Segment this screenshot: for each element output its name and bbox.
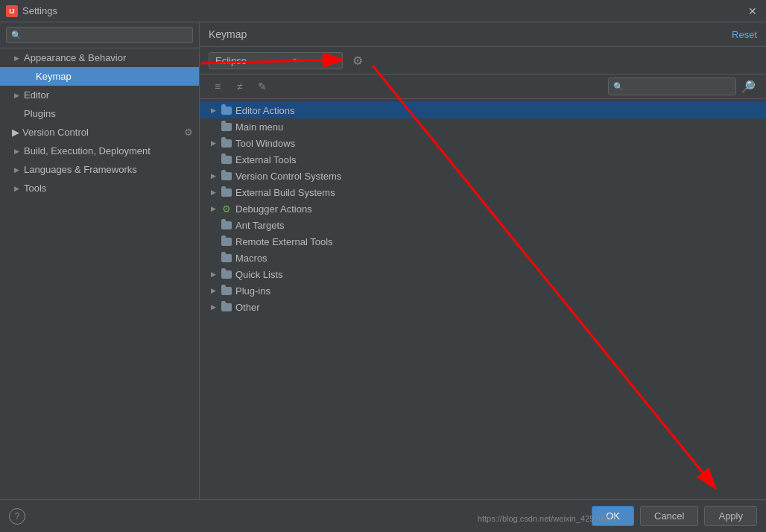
sidebar-label-build: Build, Execution, Deployment — [24, 145, 151, 156]
expand-arrow-tools: ▶ — [12, 184, 21, 193]
tree-item-external-tools[interactable]: ▶ External Tools — [200, 151, 766, 168]
sidebar-item-appearance[interactable]: ▶ Appearance & Behavior — [0, 48, 199, 67]
filter-search: 🔍 🔎 — [608, 77, 757, 95]
sidebar: 🔍 ▶ Appearance & Behavior Keymap ▶ Edito… — [0, 22, 200, 499]
right-panel: Keymap Reset Eclipse ▼ ⚙ ≡ ≠ ✎ 🔍 — [200, 22, 766, 499]
folder-icon-ant-targets — [221, 219, 232, 231]
sidebar-search-wrapper: 🔍 — [6, 27, 193, 43]
sidebar-search-icon: 🔍 — [11, 31, 22, 40]
keymap-title: Keymap — [209, 28, 247, 40]
sidebar-label-vc: Version Control — [22, 127, 89, 138]
tree-label-external-tools: External Tools — [235, 154, 296, 165]
main-container: 🔍 ▶ Appearance & Behavior Keymap ▶ Edito… — [0, 22, 766, 499]
sidebar-items: ▶ Appearance & Behavior Keymap ▶ Editor … — [0, 48, 199, 499]
sidebar-label-editor: Editor — [24, 89, 49, 101]
sidebar-item-version-control[interactable]: ▶ Version Control ⚙ — [0, 123, 199, 142]
sidebar-item-plugins[interactable]: ▶ Plugins — [0, 104, 199, 123]
sidebar-item-keymap[interactable]: Keymap — [0, 67, 199, 86]
keymap-search-input[interactable] — [627, 80, 731, 93]
sidebar-label-plugins: Plugins — [24, 108, 56, 119]
tree-item-tool-windows[interactable]: ▶ Tool Windows — [200, 135, 766, 151]
tree-arrow-other: ▶ — [209, 303, 218, 311]
sidebar-item-languages[interactable]: ▶ Languages & Frameworks — [0, 160, 199, 179]
find-shortcut-button[interactable]: 🔎 — [739, 77, 757, 95]
tree-item-main-menu[interactable]: ▶ Main menu — [200, 118, 766, 135]
filter-icons: ≡ ≠ ✎ — [209, 77, 271, 95]
bottom-left: ? — [9, 508, 25, 525]
tree-arrow-tool-windows: ▶ — [209, 139, 218, 148]
vc-left: ▶ Version Control — [12, 127, 89, 138]
folder-icon-main-menu — [221, 121, 232, 133]
tree-item-plug-ins[interactable]: ▶ Plug-ins — [200, 282, 766, 299]
tree-label-vcs: Version Control Systems — [235, 171, 341, 182]
apply-button[interactable]: Apply — [704, 506, 757, 526]
expand-arrow-keymap — [24, 72, 33, 81]
keymap-header: Keymap Reset — [200, 22, 766, 47]
app-icon: IJ — [6, 5, 18, 17]
tree-label-main-menu: Main menu — [235, 121, 283, 133]
tree-item-quick-lists[interactable]: ▶ Quick Lists — [200, 266, 766, 282]
filter-icon-all[interactable]: ≡ — [209, 77, 227, 95]
url-text: https://blog.csdn.net/weixin_42970071 — [478, 514, 617, 523]
sidebar-item-build[interactable]: ▶ Build, Execution, Deployment — [0, 142, 199, 160]
sidebar-item-editor[interactable]: ▶ Editor — [0, 86, 199, 104]
filter-icon-edit[interactable]: ✎ — [253, 77, 271, 95]
folder-icon-vcs — [221, 170, 232, 182]
tree-label-ant-targets: Ant Targets — [235, 220, 285, 231]
expand-arrow-languages: ▶ — [12, 165, 21, 174]
tree-item-editor-actions[interactable]: ▶ Editor Actions — [200, 102, 766, 118]
folder-icon-remote-tools — [221, 235, 232, 247]
tree-item-ant-targets[interactable]: ▶ Ant Targets — [200, 217, 766, 233]
keymap-scheme-dropdown[interactable]: Eclipse ▼ — [209, 52, 343, 69]
expand-arrow-build: ▶ — [12, 147, 21, 156]
tree-item-vcs[interactable]: ▶ Version Control Systems — [200, 168, 766, 184]
tree-arrow-plug-ins: ▶ — [209, 286, 218, 295]
tree-label-other: Other — [235, 302, 260, 313]
sidebar-search-input[interactable] — [25, 30, 188, 40]
scheme-label: Eclipse — [215, 55, 247, 66]
sidebar-item-tools[interactable]: ▶ Tools — [0, 179, 199, 197]
tree-label-debugger: Debugger Actions — [235, 203, 312, 215]
tree-item-remote-tools[interactable]: ▶ Remote External Tools — [200, 233, 766, 250]
tree-label-editor-actions: Editor Actions — [235, 105, 295, 116]
folder-icon-plug-ins — [221, 285, 232, 297]
sidebar-label-keymap: Keymap — [36, 71, 72, 82]
vc-settings-icon: ⚙ — [184, 127, 193, 138]
filter-toolbar: ≡ ≠ ✎ 🔍 🔎 — [200, 75, 766, 99]
title-bar: IJ Settings ✕ — [0, 0, 766, 22]
window-title: Settings — [22, 5, 57, 16]
filter-icon-modified[interactable]: ≠ — [231, 77, 249, 95]
cancel-button[interactable]: Cancel — [640, 506, 698, 526]
tree-label-tool-windows: Tool Windows — [235, 138, 295, 149]
tree-arrow-editor-actions: ▶ — [209, 106, 218, 115]
folder-icon-other — [221, 301, 232, 313]
tree-label-external-build: External Build Systems — [235, 187, 335, 198]
sidebar-label-appearance: Appearance & Behavior — [24, 52, 126, 63]
expand-arrow-editor: ▶ — [12, 91, 21, 100]
tree-item-debugger[interactable]: ▶ ⚙ Debugger Actions — [200, 200, 766, 217]
tree-label-macros: Macros — [235, 253, 268, 264]
tree-arrow-external-build: ▶ — [209, 188, 218, 197]
dropdown-arrow-icon: ▼ — [291, 57, 298, 64]
folder-icon-external-tools — [221, 153, 232, 165]
tree-item-other[interactable]: ▶ Other — [200, 299, 766, 315]
tree-label-plug-ins: Plug-ins — [235, 285, 270, 297]
tree-label-remote-tools: Remote External Tools — [235, 236, 333, 247]
close-button[interactable]: ✕ — [745, 4, 760, 19]
reset-button[interactable]: Reset — [732, 29, 757, 40]
tree-item-macros[interactable]: ▶ Macros — [200, 250, 766, 266]
folder-icon-tool-windows — [221, 137, 232, 149]
folder-icon-macros — [221, 252, 232, 264]
folder-icon-external-build — [221, 186, 232, 198]
title-bar-left: IJ Settings — [6, 5, 57, 17]
expand-arrow-vc: ▶ — [12, 127, 19, 138]
sidebar-label-tools: Tools — [24, 183, 46, 194]
folder-icon-editor-actions — [221, 104, 232, 116]
keymap-gear-button[interactable]: ⚙ — [349, 51, 367, 69]
tree-item-external-build[interactable]: ▶ External Build Systems — [200, 184, 766, 200]
folder-icon-quick-lists — [221, 268, 232, 280]
keymap-tree-list: ▶ Editor Actions ▶ Main menu ▶ — [200, 99, 766, 499]
tree-arrow-vcs: ▶ — [209, 171, 218, 180]
search-icon: 🔍 — [613, 82, 624, 92]
help-button[interactable]: ? — [9, 508, 25, 525]
